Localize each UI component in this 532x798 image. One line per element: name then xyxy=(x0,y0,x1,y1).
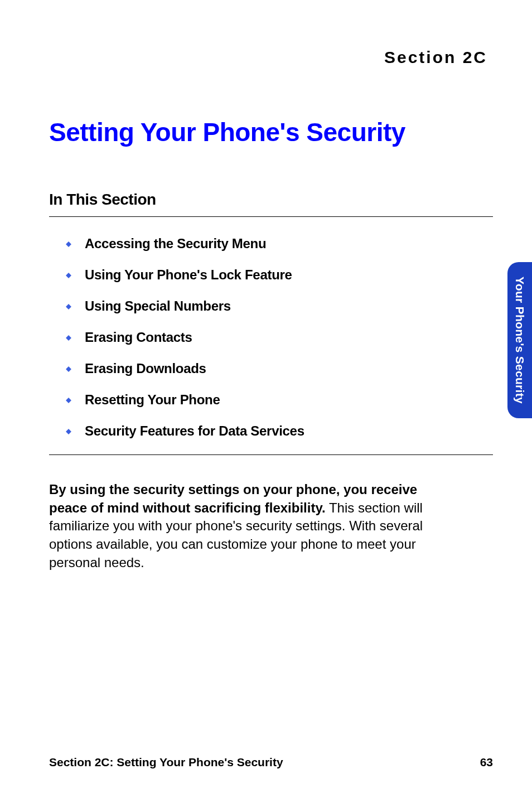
footer-page-number: 63 xyxy=(480,756,493,769)
footer-section-title: Section 2C: Setting Your Phone's Securit… xyxy=(49,756,283,769)
toc-list: Accessing the Security Menu Using Your P… xyxy=(66,236,493,439)
diamond-bullet-icon xyxy=(66,398,71,403)
toc-item: Using Special Numbers xyxy=(66,298,493,314)
toc-item-label: Security Features for Data Services xyxy=(85,423,304,439)
toc-item-label: Erasing Downloads xyxy=(85,361,206,376)
diamond-bullet-icon xyxy=(66,304,71,309)
page-title: Setting Your Phone's Security xyxy=(49,117,493,147)
svg-rect-1 xyxy=(66,273,71,278)
diamond-bullet-icon xyxy=(66,335,71,341)
toc-item-label: Accessing the Security Menu xyxy=(85,236,266,252)
toc-item: Resetting Your Phone xyxy=(66,392,493,408)
toc-item: Security Features for Data Services xyxy=(66,423,493,439)
footer: Section 2C: Setting Your Phone's Securit… xyxy=(49,756,493,769)
diamond-bullet-icon xyxy=(66,241,71,247)
divider-top xyxy=(49,216,493,217)
subheading-in-this-section: In This Section xyxy=(49,191,493,209)
toc-item-label: Resetting Your Phone xyxy=(85,392,220,408)
toc-item: Erasing Downloads xyxy=(66,361,493,376)
toc-item: Erasing Contacts xyxy=(66,330,493,345)
toc-item-label: Using Special Numbers xyxy=(85,298,231,314)
page: Section 2C Setting Your Phone's Security… xyxy=(0,0,532,798)
body-paragraph: By using the security settings on your p… xyxy=(49,481,451,572)
svg-rect-3 xyxy=(66,335,71,341)
svg-rect-0 xyxy=(66,241,71,247)
svg-rect-5 xyxy=(66,398,71,403)
toc-item-label: Erasing Contacts xyxy=(85,330,192,345)
svg-rect-2 xyxy=(66,304,71,309)
toc-item: Using Your Phone's Lock Feature xyxy=(66,267,493,283)
diamond-bullet-icon xyxy=(66,273,71,278)
divider-bottom xyxy=(49,454,493,455)
toc-item-label: Using Your Phone's Lock Feature xyxy=(85,267,292,283)
toc-item: Accessing the Security Menu xyxy=(66,236,493,252)
diamond-bullet-icon xyxy=(66,429,71,434)
diamond-bullet-icon xyxy=(66,366,71,372)
svg-rect-6 xyxy=(66,429,71,434)
side-tab: Your Phone's Security xyxy=(507,262,532,418)
section-label: Section 2C xyxy=(49,48,487,67)
svg-rect-4 xyxy=(66,366,71,372)
side-tab-label: Your Phone's Security xyxy=(513,277,526,404)
